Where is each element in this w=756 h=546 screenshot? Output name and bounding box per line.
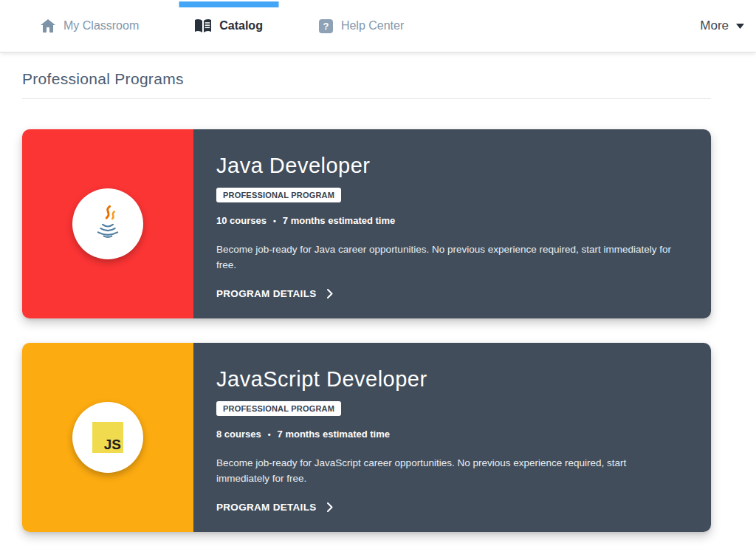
estimated-time: 7 months estimated time — [283, 215, 395, 226]
program-accent-panel — [22, 129, 193, 318]
course-count: 8 courses — [216, 429, 261, 440]
nav-label-help-center: Help Center — [341, 19, 404, 33]
program-meta: 8 courses • 7 months estimated time — [216, 429, 681, 440]
meta-separator-dot: • — [268, 430, 271, 439]
program-type-badge: PROFESSIONAL PROGRAM — [216, 401, 341, 416]
program-card-java[interactable]: Java Developer PROFESSIONAL PROGRAM 10 c… — [22, 129, 711, 318]
program-description: Become job-ready for JavaScript career o… — [216, 455, 681, 486]
program-title: Java Developer — [216, 154, 681, 178]
program-meta: 10 courses • 7 months estimated time — [216, 215, 681, 226]
page-title: Professional Programs — [22, 70, 711, 88]
more-menu-button[interactable]: More — [695, 16, 749, 36]
active-tab-indicator — [179, 1, 279, 7]
javascript-logo-icon: JS — [92, 422, 123, 453]
catalog-content: Professional Programs Java Develope — [22, 52, 711, 532]
nav-catalog[interactable]: Catalog — [195, 19, 263, 33]
program-card-javascript[interactable]: JS JavaScript Developer PROFESSIONAL PRO… — [22, 343, 711, 532]
program-details-label: PROGRAM DETAILS — [216, 288, 317, 299]
program-logo-circle — [72, 188, 143, 259]
program-card-body: JavaScript Developer PROFESSIONAL PROGRA… — [193, 343, 711, 532]
chevron-right-icon — [327, 502, 333, 512]
meta-separator-dot: • — [273, 216, 276, 225]
program-card-list: Java Developer PROFESSIONAL PROGRAM 10 c… — [22, 129, 711, 532]
program-details-link[interactable]: PROGRAM DETAILS — [216, 502, 333, 513]
js-logo-glyph: JS — [104, 437, 121, 453]
nav-label-catalog: Catalog — [219, 19, 263, 33]
top-nav-bar: My Classroom Catalog ? Help Center More — [0, 0, 756, 52]
main-nav: My Classroom Catalog ? Help Center — [41, 19, 404, 33]
chevron-right-icon — [327, 289, 333, 298]
nav-help-center[interactable]: ? Help Center — [319, 19, 404, 33]
more-label: More — [700, 18, 729, 33]
nav-my-classroom[interactable]: My Classroom — [41, 19, 139, 33]
caret-down-icon — [736, 24, 744, 29]
course-count: 10 courses — [216, 215, 267, 226]
program-details-link[interactable]: PROGRAM DETAILS — [216, 288, 333, 299]
program-details-label: PROGRAM DETAILS — [216, 502, 317, 513]
program-description: Become job-ready for Java career opportu… — [216, 242, 681, 273]
program-type-badge: PROFESSIONAL PROGRAM — [216, 188, 341, 202]
program-title: JavaScript Developer — [216, 367, 681, 392]
home-icon — [41, 19, 55, 33]
program-card-body: Java Developer PROFESSIONAL PROGRAM 10 c… — [193, 129, 711, 318]
question-bubble-icon: ? — [319, 19, 333, 33]
estimated-time: 7 months estimated time — [278, 429, 390, 440]
nav-label-my-classroom: My Classroom — [63, 19, 139, 33]
section-heading-row: Professional Programs — [22, 52, 711, 99]
java-logo-icon — [87, 203, 128, 245]
program-logo-circle: JS — [72, 402, 143, 473]
open-book-icon — [195, 19, 211, 33]
program-accent-panel: JS — [22, 343, 193, 532]
